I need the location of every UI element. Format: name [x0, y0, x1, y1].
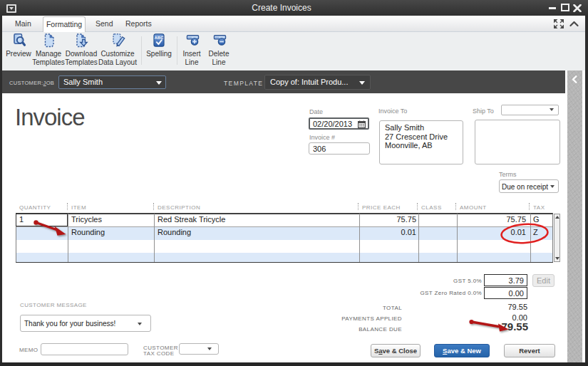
svg-text:ABC: ABC — [155, 36, 164, 40]
